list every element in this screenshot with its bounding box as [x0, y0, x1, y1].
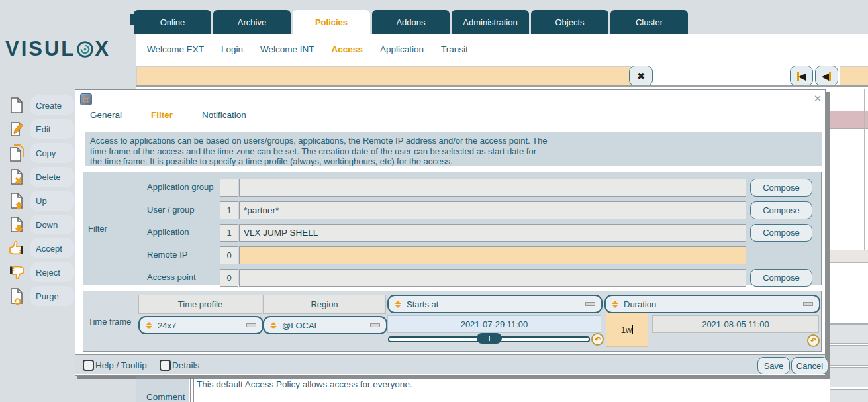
- sort-diamond-icon: [395, 301, 401, 308]
- close-glyph: ✕: [814, 93, 822, 105]
- access-policy-dialog: @ ✕ General Filter Notification Access t…: [75, 89, 826, 376]
- sidebar-item-label: Create: [30, 95, 74, 115]
- details-checkbox[interactable]: [160, 360, 171, 371]
- sidebar-item-label: Delete: [30, 167, 74, 187]
- undo-icon: ↶: [595, 336, 601, 343]
- sidebar-item-label: Up: [30, 191, 74, 211]
- sort-diamond-icon: [612, 301, 618, 308]
- value-field-highlighted[interactable]: [239, 246, 746, 264]
- value-field[interactable]: VLX JUMP SHELL: [239, 224, 746, 242]
- subnav-transit[interactable]: Transit: [441, 44, 468, 54]
- sidebar-item-down[interactable]: Down: [5, 213, 74, 236]
- sidebar-item-edit[interactable]: Edit: [5, 117, 74, 141]
- duration-input[interactable]: 1w: [606, 313, 648, 347]
- cancel-button[interactable]: Cancel: [791, 357, 828, 374]
- save-button[interactable]: Save: [757, 357, 790, 374]
- starts-at-reset-button[interactable]: ↶: [591, 333, 604, 346]
- duration-select[interactable]: Duration: [604, 295, 820, 313]
- tab-policies[interactable]: Policies: [293, 10, 370, 34]
- value-field[interactable]: [239, 179, 746, 197]
- count-cell: 0: [220, 269, 238, 287]
- compose-button[interactable]: Compose: [750, 201, 812, 219]
- close-icon[interactable]: ✕: [812, 93, 824, 105]
- sidebar-item-label: Down: [30, 215, 74, 234]
- tab-online[interactable]: Online: [134, 10, 211, 34]
- region-value: @LOCAL: [282, 321, 319, 330]
- subnav-application[interactable]: Application: [380, 44, 424, 54]
- value-field[interactable]: [239, 269, 746, 287]
- row-label: User / group: [147, 205, 195, 215]
- top-tab-bar: Online Archive Policies Addons Administr…: [134, 10, 688, 34]
- starts-at-select[interactable]: Starts at: [387, 295, 603, 313]
- count-cell: 1: [220, 224, 238, 242]
- sidebar-item-purge[interactable]: Purge: [5, 284, 74, 308]
- sort-diamond-icon: [146, 322, 152, 329]
- filter-section-label: Filter: [83, 172, 136, 285]
- subnav-login[interactable]: Login: [221, 44, 243, 54]
- bg-grey-row: [830, 367, 868, 387]
- subnav-welcome-int[interactable]: Welcome INT: [260, 44, 314, 54]
- region-select[interactable]: @LOCAL: [263, 316, 387, 334]
- slider-thumb[interactable]: [477, 333, 502, 344]
- filter-row-remote-ip: Remote IP 0: [136, 244, 821, 266]
- sidebar-item-up[interactable]: Up: [5, 189, 74, 213]
- tab-general[interactable]: General: [90, 110, 122, 120]
- description-line: Access to applications can be based on u…: [90, 136, 816, 146]
- compose-button[interactable]: Compose: [750, 269, 812, 287]
- tab-notification[interactable]: Notification: [202, 110, 246, 120]
- starts-at-header: Starts at: [407, 299, 438, 309]
- help-tooltip-label: Help / Tooltip: [95, 360, 147, 370]
- filter-search-input[interactable]: [136, 66, 631, 87]
- sidebar-item-copy[interactable]: Copy: [5, 141, 74, 165]
- filter-description: Access to applications can be based on u…: [85, 132, 822, 166]
- compose-button[interactable]: Compose: [750, 179, 812, 197]
- count-cell: [220, 179, 238, 197]
- starts-at-slider[interactable]: [388, 336, 590, 342]
- delete-page-icon: [8, 168, 25, 185]
- time-frame-section: Time frame Time profile 24x7 Region @LOC…: [83, 291, 822, 352]
- count-cell: 1: [220, 201, 238, 219]
- clear-filter-button[interactable]: ✖: [629, 66, 653, 86]
- thumbs-up-icon: [8, 240, 25, 257]
- bg-column-divider: [864, 89, 865, 250]
- starts-at-value[interactable]: 2021-07-29 11:00: [387, 315, 601, 333]
- tab-archive[interactable]: Archive: [213, 10, 291, 34]
- sidebar-item-delete[interactable]: Delete: [5, 165, 74, 189]
- sidebar-item-create[interactable]: Create: [5, 93, 74, 117]
- bg-grey-row: [830, 323, 868, 344]
- row-label: Application: [147, 227, 189, 237]
- region-header: Region: [263, 295, 386, 314]
- subnav-access[interactable]: Access: [332, 44, 363, 54]
- filter-row-user-group: User / group 1 *partner* Compose: [136, 199, 821, 221]
- bg-selected-row: [830, 111, 868, 129]
- sort-diamond-icon: [270, 322, 277, 329]
- duration-reset-button[interactable]: ↶: [807, 334, 820, 347]
- prev-page-button[interactable]: ◀: [815, 66, 838, 86]
- time-profile-value: 24x7: [158, 321, 176, 330]
- compose-button[interactable]: Compose: [750, 224, 812, 242]
- time-profile-select[interactable]: 24x7: [138, 316, 264, 334]
- duration-header: Duration: [624, 299, 656, 309]
- filter-row-application: Application 1 VLX JUMP SHELL Compose: [136, 221, 821, 244]
- tab-filter[interactable]: Filter: [151, 110, 173, 120]
- filter-row-access-point: Access point 0 Compose: [136, 266, 821, 289]
- sidebar-item-accept[interactable]: Accept: [5, 236, 74, 260]
- dropdown-dash-icon: [803, 302, 813, 306]
- first-page-arrow-icon: ◀: [799, 72, 806, 81]
- sidebar-item-reject[interactable]: Reject: [5, 260, 74, 284]
- sidebar-item-label: Purge: [30, 286, 74, 306]
- tab-administration[interactable]: Administration: [452, 10, 529, 34]
- filter-row-application-group: Application group Compose: [136, 176, 821, 199]
- description-line: time frame of the access and the time zo…: [90, 146, 816, 157]
- visulox-app-icon: @: [80, 93, 92, 105]
- tab-cluster[interactable]: Cluster: [610, 10, 688, 34]
- value-field[interactable]: *partner*: [239, 201, 746, 219]
- copy-page-icon: [8, 144, 25, 162]
- help-tooltip-checkbox[interactable]: [83, 360, 94, 371]
- first-page-button[interactable]: ◀: [790, 66, 813, 86]
- sidebar-item-label: Copy: [30, 143, 74, 163]
- tab-addons[interactable]: Addons: [372, 10, 450, 34]
- subnav-welcome-ext[interactable]: Welcome EXT: [147, 44, 204, 54]
- tab-objects[interactable]: Objects: [531, 10, 608, 34]
- description-line: the time frame. It is possible to specif…: [90, 156, 816, 167]
